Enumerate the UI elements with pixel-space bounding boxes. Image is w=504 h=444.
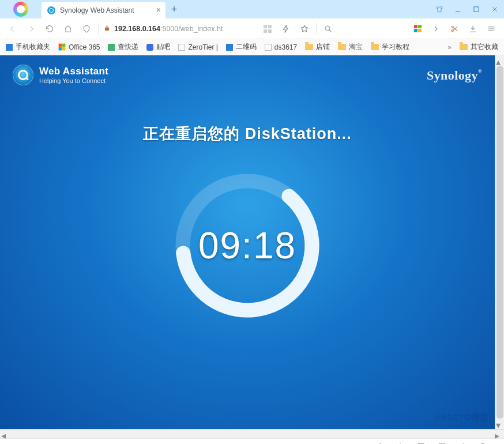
bookmarks-overflow-chevron[interactable]: » [447, 43, 452, 51]
browser-toolbar: 192.168.0.164:5000/web_index.ht [0, 18, 504, 39]
page-content: Web Assistant Helping You to Connect Syn… [0, 55, 495, 429]
status-rocket-icon[interactable] [373, 439, 386, 445]
web-assistant-header: Web Assistant Helping You to Connect [13, 65, 108, 85]
more-menu-icon[interactable] [429, 22, 443, 36]
tab-close-icon[interactable]: × [156, 6, 161, 14]
bookmark-star-icon[interactable] [298, 22, 311, 36]
new-tab-button[interactable]: + [166, 0, 183, 18]
skin-icon[interactable] [430, 0, 449, 18]
nav-home-button[interactable] [61, 22, 75, 36]
svg-point-4 [452, 29, 453, 31]
url-text: 192.168.0.164:5000/web_index.ht [114, 25, 223, 33]
svg-point-2 [325, 26, 330, 31]
scroll-up-icon[interactable]: ▴ [496, 57, 504, 65]
browser-app-icon[interactable] [0, 0, 42, 18]
scissors-icon[interactable] [447, 22, 461, 36]
status-message: 正在重启您的 DiskStation... [0, 123, 495, 144]
security-lock-icon [103, 24, 111, 34]
browser-titlebar: Synology Web Assistant × + [0, 0, 504, 18]
bookmark-item-zerotier[interactable]: ZeroTier | [178, 43, 217, 51]
bookmark-item-ds3617[interactable]: ds3617 [265, 43, 297, 51]
maximize-button[interactable] [467, 0, 486, 18]
nav-back-button[interactable] [6, 22, 20, 36]
nav-forward-button[interactable] [24, 22, 38, 36]
bookmark-item-office365[interactable]: Office 365 [58, 43, 100, 51]
status-note-icon[interactable] [435, 439, 449, 445]
bookmark-folder-other[interactable]: 其它收藏 [460, 42, 498, 52]
web-assistant-logo-icon [13, 65, 33, 85]
scroll-left-icon[interactable]: ◂ [1, 430, 9, 438]
toolbar-separator-2 [316, 23, 317, 35]
window-buttons [430, 0, 504, 18]
window-close-button[interactable] [486, 0, 504, 18]
status-picture-icon[interactable] [414, 439, 428, 445]
download-icon[interactable] [466, 22, 480, 36]
web-assistant-subtitle: Helping You to Connect [39, 77, 108, 84]
bookmark-folder-study[interactable]: 学习教程 [371, 42, 409, 52]
status-mute-icon[interactable] [456, 439, 469, 445]
scroll-down-icon[interactable]: ▾ [496, 420, 504, 428]
bookmarks-bar: 手机收藏夹 Office 365 查快递 贴吧 ZeroTier | 二维码 d… [0, 39, 504, 55]
bookmark-item-qrcode[interactable]: 二维码 [226, 42, 257, 52]
bookmark-folder-taobao[interactable]: 淘宝 [338, 42, 363, 52]
bookmark-item-tieba[interactable]: 贴吧 [146, 42, 170, 52]
bookmark-item-express[interactable]: 查快递 [108, 42, 138, 52]
bookmark-item-mobile[interactable]: 手机收藏夹 [6, 42, 50, 52]
scroll-right-icon[interactable]: ▸ [495, 430, 503, 438]
watermark-text: ©51CTO博客 [435, 412, 489, 423]
svg-rect-0 [474, 7, 479, 12]
toolbar-separator [98, 23, 99, 35]
bookmark-folder-shop[interactable]: 店铺 [305, 42, 330, 52]
address-bar[interactable]: 192.168.0.164:5000/web_index.ht [103, 24, 256, 34]
url-host: 192.168.0.164 [114, 25, 160, 33]
nav-reload-button[interactable] [43, 22, 57, 36]
status-zoom-icon[interactable] [476, 439, 490, 445]
vertical-scrollbar[interactable]: ▴ ▾ [495, 55, 504, 429]
qr-icon[interactable] [261, 22, 274, 36]
flash-icon[interactable] [279, 22, 293, 36]
browser-tab-active[interactable]: Synology Web Assistant × [42, 2, 166, 18]
nav-shield-icon[interactable] [80, 22, 93, 36]
url-path: :5000/web_index.ht [160, 25, 223, 33]
horizontal-scrollbar[interactable]: ◂ ▸ [0, 429, 504, 438]
svg-rect-1 [105, 27, 109, 30]
viewport: Web Assistant Helping You to Connect Syn… [0, 55, 504, 429]
web-assistant-title: Web Assistant [39, 66, 108, 77]
search-icon[interactable] [321, 22, 335, 36]
status-download-icon[interactable] [393, 439, 407, 445]
synology-brand-logo: Synology® [427, 68, 482, 83]
countdown-timer: 09:18 [198, 224, 296, 267]
minimize-button[interactable] [449, 0, 467, 18]
browser-statusbar [0, 438, 504, 444]
extensions-icon[interactable] [411, 22, 424, 36]
svg-point-3 [452, 26, 453, 28]
tab-favicon [47, 6, 55, 14]
tab-title: Synology Web Assistant [60, 6, 134, 14]
scroll-thumb[interactable] [497, 66, 503, 419]
menu-icon[interactable] [484, 22, 498, 36]
